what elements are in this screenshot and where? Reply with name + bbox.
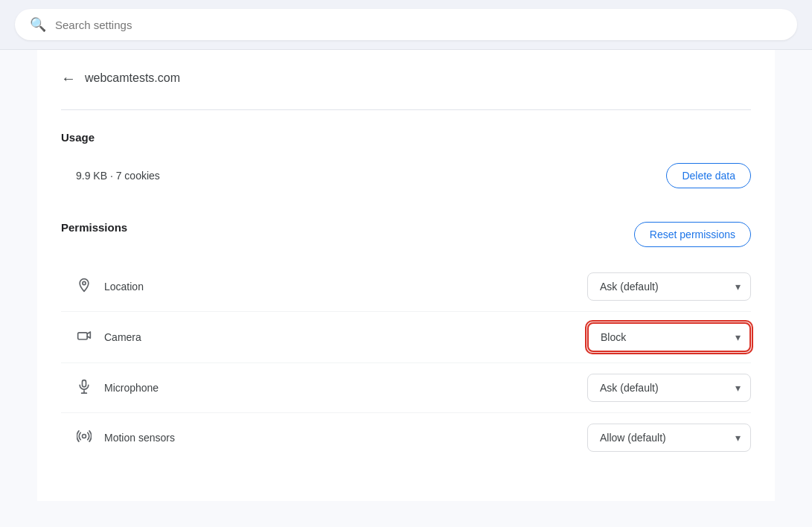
- permission-row-motion-sensors: Motion sensors Ask (default) Allow (defa…: [61, 413, 751, 462]
- svg-rect-1: [78, 332, 88, 339]
- motion-sensors-select[interactable]: Ask (default) Allow (default) Allow Bloc…: [587, 424, 751, 452]
- usage-title: Usage: [61, 131, 751, 144]
- microphone-label: Microphone: [104, 382, 159, 394]
- permissions-header-row: Permissions Reset permissions: [61, 221, 751, 247]
- search-icon: 🔍: [30, 16, 46, 33]
- permission-row-location: Location Ask (default) Allow Block: [61, 262, 751, 312]
- back-button[interactable]: ←: [61, 71, 76, 86]
- divider-top: [61, 109, 751, 110]
- top-bar: 🔍: [0, 0, 812, 50]
- permission-left-motion: Motion sensors: [76, 429, 175, 447]
- usage-section: Usage 9.9 KB · 7 cookies Delete data: [61, 131, 751, 194]
- permission-left-camera: Camera: [76, 328, 141, 347]
- camera-label: Camera: [104, 331, 141, 343]
- location-select[interactable]: Ask (default) Allow Block: [587, 272, 751, 301]
- site-title: webcamtests.com: [85, 71, 180, 85]
- microphone-icon: [76, 379, 92, 397]
- usage-row: 9.9 KB · 7 cookies Delete data: [61, 157, 751, 194]
- svg-point-0: [83, 281, 86, 284]
- camera-select[interactable]: Ask (default) Allow Block: [587, 322, 751, 352]
- back-row: ← webcamtests.com: [61, 71, 751, 86]
- reset-permissions-button[interactable]: Reset permissions: [634, 222, 751, 247]
- main-content: ← webcamtests.com Usage 9.9 KB · 7 cooki…: [37, 50, 775, 501]
- search-bar: 🔍: [15, 9, 797, 40]
- permission-left-location: Location: [76, 278, 144, 296]
- search-input[interactable]: [55, 19, 782, 31]
- permission-left-microphone: Microphone: [76, 379, 159, 397]
- svg-rect-2: [83, 380, 86, 386]
- location-icon: [76, 278, 92, 296]
- permissions-section: Permissions Reset permissions Location A…: [61, 221, 751, 462]
- delete-data-button[interactable]: Delete data: [666, 163, 751, 188]
- permission-row-camera: Camera Ask (default) Allow Block: [61, 312, 751, 363]
- location-label: Location: [104, 281, 144, 293]
- permission-row-microphone: Microphone Ask (default) Allow Block: [61, 363, 751, 413]
- permissions-title: Permissions: [61, 221, 127, 234]
- motion-sensors-select-wrapper: Ask (default) Allow (default) Allow Bloc…: [587, 424, 751, 452]
- usage-text: 9.9 KB · 7 cookies: [76, 170, 160, 182]
- svg-point-5: [83, 434, 86, 438]
- location-select-wrapper: Ask (default) Allow Block: [587, 272, 751, 301]
- motion-sensors-label: Motion sensors: [104, 432, 175, 444]
- motion-sensors-icon: [76, 429, 92, 447]
- microphone-select[interactable]: Ask (default) Allow Block: [587, 374, 751, 402]
- microphone-select-wrapper: Ask (default) Allow Block: [587, 374, 751, 402]
- camera-select-wrapper: Ask (default) Allow Block: [587, 322, 751, 352]
- camera-icon: [76, 328, 92, 347]
